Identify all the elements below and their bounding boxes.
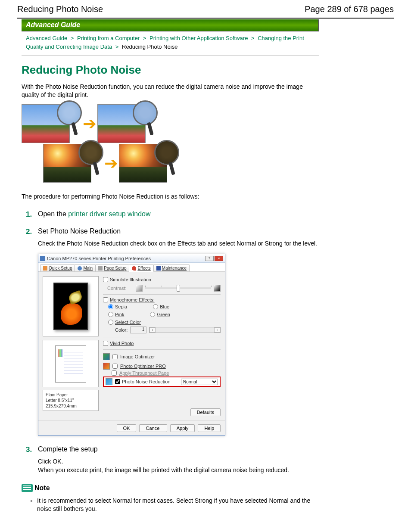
breadcrumb-sep: >: [114, 44, 121, 50]
magnifier-icon: [154, 140, 179, 165]
main-icon: [78, 266, 82, 271]
tab-page-setup[interactable]: Page Setup: [95, 264, 129, 271]
apply-throughout-checkbox[interactable]: [112, 370, 117, 376]
vivid-photo-checkbox[interactable]: [103, 341, 108, 346]
section-banner: Advanced Guide: [22, 19, 319, 31]
photo-noise-reduction-row: Photo Noise Reduction Normal: [103, 376, 221, 387]
defaults-button[interactable]: Defaults: [190, 408, 221, 416]
magnifier-icon: [78, 140, 103, 165]
step-title: Complete the setup: [38, 445, 98, 453]
tab-quick-setup[interactable]: Quick Setup: [40, 264, 75, 271]
photo-optimizer-pro-icon: [103, 363, 110, 370]
step-title: Set Photo Noise Reduction: [38, 227, 121, 235]
preview-image: [53, 283, 88, 330]
breadcrumb-link-printing-computer[interactable]: Printing from a Computer: [77, 35, 140, 41]
tab-maintenance[interactable]: Maintenance: [153, 264, 190, 271]
monochrome-effects-checkbox[interactable]: [103, 297, 108, 302]
contrast-slider[interactable]: [145, 287, 211, 289]
tab-main[interactable]: Main: [75, 264, 96, 271]
sepia-radio[interactable]: [108, 304, 113, 309]
quick-setup-icon: [43, 266, 47, 271]
pink-radio[interactable]: [108, 312, 113, 317]
window-help-button[interactable]: ?: [205, 256, 214, 261]
step-title: Open the printer driver setup window: [38, 210, 150, 218]
cancel-button[interactable]: Cancel: [139, 424, 167, 432]
procedure-intro: The procedure for performing Photo Noise…: [22, 193, 319, 200]
monochrome-effects-label: Monochrome Effects:: [110, 297, 155, 302]
breadcrumb-link-advanced-guide[interactable]: Advanced Guide: [26, 35, 67, 41]
page-title: Reducing Photo Noise: [22, 63, 319, 77]
contrast-high-icon: [214, 285, 221, 292]
arrow-icon: ➔: [104, 154, 118, 173]
printing-preferences-dialog: Canon MP270 series Printer Printing Pref…: [38, 254, 225, 436]
note-item: It is recommended to select Normal for m…: [37, 497, 319, 513]
contrast-label: Contrast:: [107, 286, 133, 291]
color-slider[interactable]: ‹›: [149, 327, 221, 333]
media-info: Plain Paper Letter 8.5"x11" 215.9x279.4m…: [43, 390, 99, 411]
breadcrumb-sep: >: [69, 35, 76, 41]
step-number: 3.: [26, 445, 32, 454]
step-number: 2.: [26, 227, 32, 236]
step-body-line: Click OK.: [38, 457, 319, 466]
contrast-low-icon: [136, 285, 143, 292]
select-color-radio[interactable]: [108, 320, 113, 325]
photo-optimizer-pro-checkbox[interactable]: [112, 364, 118, 369]
green-radio[interactable]: [150, 312, 155, 317]
tab-effects[interactable]: Effects: [129, 264, 153, 272]
maintenance-icon: [156, 266, 161, 271]
note-icon: [22, 484, 33, 492]
color-value-input[interactable]: 1: [130, 327, 146, 333]
note-title: Note: [34, 484, 50, 492]
photo-noise-reduction-checkbox[interactable]: [115, 379, 120, 384]
printer-icon: [40, 256, 45, 261]
photo-noise-reduction-icon: [106, 378, 112, 385]
page-header: Reducing Photo Noise Page 289 of 678 pag…: [17, 4, 394, 17]
page-layout-preview: [43, 340, 99, 387]
breadcrumb-sep: >: [141, 35, 148, 41]
breadcrumb-link-other-software[interactable]: Printing with Other Application Software: [149, 35, 248, 41]
apply-button[interactable]: Apply: [170, 424, 195, 432]
magnifier-icon: [133, 100, 158, 125]
effects-icon: [132, 266, 136, 271]
blue-radio[interactable]: [153, 304, 158, 309]
breadcrumb: Advanced Guide > Printing from a Compute…: [22, 31, 319, 56]
step-number: 1.: [26, 210, 32, 219]
image-optimizer-checkbox[interactable]: [112, 354, 118, 359]
color-label: Color:: [115, 327, 128, 333]
print-preview: [43, 276, 99, 336]
image-optimizer-icon: [103, 353, 110, 360]
dialog-title: Canon MP270 series Printer Printing Pref…: [47, 256, 151, 261]
breadcrumb-sep: >: [249, 35, 256, 41]
header-title: Reducing Photo Noise: [17, 4, 103, 14]
vivid-photo-label: Vivid Photo: [110, 341, 134, 346]
arrow-icon: ➔: [83, 114, 97, 133]
note-header: Note: [22, 484, 319, 493]
intro-paragraph: With the Photo Noise Reduction function,…: [22, 83, 319, 99]
window-close-button[interactable]: ×: [215, 256, 223, 261]
magnifier-icon: [57, 100, 82, 125]
step-2: 2. Set Photo Noise Reduction Check the P…: [26, 227, 319, 436]
photo-noise-reduction-level-select[interactable]: Normal: [181, 379, 218, 385]
step-body: Check the Photo Noise Reduction check bo…: [38, 240, 319, 248]
header-page-indicator: Page 289 of 678 pages: [305, 4, 394, 14]
page-sheet-icon: [55, 345, 86, 383]
step-1: 1. Open the printer driver setup window: [26, 210, 319, 218]
step-body-line: When you execute print, the image will b…: [38, 466, 319, 475]
noise-illustration: ➔ ➔: [22, 104, 319, 183]
page-setup-icon: [98, 266, 103, 271]
simulate-illustration-checkbox[interactable]: [103, 277, 108, 282]
breadcrumb-current: Reducing Photo Noise: [122, 44, 177, 50]
printer-driver-setup-link[interactable]: printer driver setup window: [68, 210, 150, 218]
simulate-illustration-label: Simulate Illustration: [110, 277, 151, 282]
header-rule: [17, 18, 394, 19]
ok-button[interactable]: OK: [117, 424, 137, 432]
step-3: 3. Complete the setup Click OK. When you…: [26, 445, 319, 474]
help-button[interactable]: Help: [198, 424, 221, 432]
